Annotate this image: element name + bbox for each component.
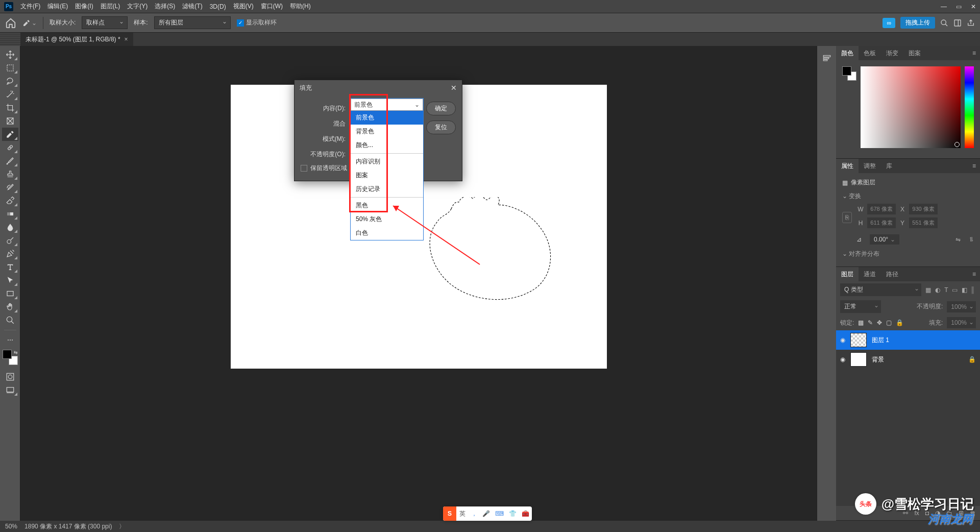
tab-swatches[interactable]: 色板	[859, 46, 881, 60]
filter-shape-icon[interactable]: ▭	[952, 286, 958, 294]
blur-tool[interactable]	[2, 221, 18, 234]
path-select-tool[interactable]	[2, 274, 18, 287]
dropdown-item-pattern[interactable]: 图案	[351, 168, 423, 182]
dialog-titlebar[interactable]: 填充 ✕	[295, 80, 462, 95]
lock-artb-icon[interactable]: ▢	[886, 319, 892, 326]
workspace-icon[interactable]	[953, 19, 962, 27]
visibility-icon[interactable]: ◉	[840, 336, 845, 344]
layer-thumbnail[interactable]	[850, 333, 867, 347]
close-icon[interactable]: ✕	[971, 3, 976, 10]
filter-toggle-icon[interactable]: ▌	[971, 286, 976, 294]
ime-toolbox-icon[interactable]: 🧰	[519, 510, 532, 517]
opacity-input[interactable]: 100%	[947, 301, 976, 312]
zoom-level[interactable]: 50%	[5, 523, 17, 530]
layer-filter-select[interactable]: Q 类型	[840, 283, 921, 296]
quickmask-icon[interactable]	[2, 370, 18, 383]
menu-type[interactable]: 文字(Y)	[127, 2, 148, 11]
ime-skin-icon[interactable]: 👕	[506, 510, 519, 517]
dropdown-item-background[interactable]: 背景色	[351, 125, 423, 138]
y-input[interactable]: 551 像素	[909, 217, 938, 228]
tab-paths[interactable]: 路径	[881, 267, 903, 281]
lock-pos-icon[interactable]: ✥	[877, 319, 882, 326]
doc-info[interactable]: 1890 像素 x 1417 像素 (300 ppi)	[24, 522, 112, 531]
sample-size-select[interactable]: 取样点	[82, 16, 128, 29]
dropdown-item-white[interactable]: 白色	[351, 226, 423, 240]
visibility-icon[interactable]: ◉	[840, 356, 845, 363]
flip-v-icon[interactable]: ⥮	[969, 236, 974, 243]
share-icon[interactable]	[967, 19, 975, 27]
dropdown-item-color[interactable]: 颜色...	[351, 138, 423, 152]
angle-input[interactable]: 0.00°⌄	[870, 234, 899, 245]
menu-filter[interactable]: 滤镜(T)	[182, 2, 202, 11]
dropdown-item-content-aware[interactable]: 内容识别	[351, 155, 423, 168]
tab-libraries[interactable]: 库	[881, 159, 897, 173]
history-icon[interactable]	[819, 51, 835, 64]
color-mini-swatches[interactable]	[842, 66, 856, 81]
document-tab[interactable]: 未标题-1 @ 50% (图层 1, RGB/8) * ×	[20, 33, 133, 46]
healing-tool[interactable]	[2, 141, 18, 154]
tab-layers[interactable]: 图层	[836, 267, 859, 281]
menu-file[interactable]: 文件(F)	[20, 2, 40, 11]
marquee-tool[interactable]	[2, 61, 18, 75]
x-input[interactable]: 930 像素	[909, 204, 938, 214]
ime-toolbar[interactable]: S 英 ， 🎤 ⌨ 👕 🧰	[443, 506, 532, 521]
panel-menu-icon[interactable]: ≡	[968, 162, 980, 170]
tab-color[interactable]: 颜色	[836, 46, 859, 60]
menu-image[interactable]: 图像(I)	[75, 2, 93, 11]
eraser-tool[interactable]	[2, 194, 18, 207]
panel-menu-icon[interactable]: ≡	[968, 50, 980, 57]
link-wh-icon[interactable]: ⎘	[842, 212, 852, 223]
ime-keyboard-icon[interactable]: ⌨	[493, 510, 506, 517]
layer-name[interactable]: 背景	[872, 355, 884, 364]
dropdown-item-history[interactable]: 历史记录	[351, 182, 423, 196]
menu-window[interactable]: 窗口(W)	[261, 2, 283, 11]
lock-icon[interactable]: 🔒	[968, 356, 976, 363]
status-arrow-icon[interactable]: 〉	[119, 522, 125, 531]
close-tab-icon[interactable]: ×	[125, 36, 128, 43]
content-select[interactable]: 前景色	[351, 99, 423, 111]
height-input[interactable]: 611 像素	[867, 217, 896, 228]
rectangle-tool[interactable]	[2, 287, 18, 300]
crop-tool[interactable]	[2, 101, 18, 114]
minimize-icon[interactable]: —	[941, 3, 947, 10]
menu-layer[interactable]: 图层(L)	[101, 2, 120, 11]
search-icon[interactable]	[940, 19, 948, 27]
type-tool[interactable]	[2, 260, 18, 274]
layer-row[interactable]: ◉ 图层 1	[836, 330, 980, 350]
lock-paint-icon[interactable]: ✎	[868, 319, 873, 326]
lasso-tool[interactable]	[2, 75, 18, 88]
menu-3d[interactable]: 3D(D)	[210, 3, 226, 10]
transform-section[interactable]: ⌄ 变换	[842, 192, 974, 201]
edit-toolbar-icon[interactable]: ⋯	[2, 333, 18, 347]
menu-select[interactable]: 选择(S)	[155, 2, 175, 11]
panel-menu-icon[interactable]: ≡	[968, 271, 980, 278]
filter-type-icon[interactable]: T	[944, 286, 948, 294]
align-section[interactable]: ⌄ 对齐并分布	[842, 250, 974, 258]
lock-trans-icon[interactable]: ▩	[858, 319, 864, 326]
ime-voice-icon[interactable]: 🎤	[480, 510, 493, 517]
lock-all-icon[interactable]: 🔒	[896, 319, 903, 326]
fill-input[interactable]: 100%	[947, 317, 976, 328]
width-input[interactable]: 678 像素	[867, 204, 896, 214]
tab-properties[interactable]: 属性	[836, 159, 859, 173]
color-swatches[interactable]: ⇆	[3, 350, 18, 365]
layer-name[interactable]: 图层 1	[872, 336, 889, 345]
tab-adjustments[interactable]: 调整	[859, 159, 881, 173]
cloud-button[interactable]: ∞	[883, 18, 895, 28]
ime-lang[interactable]: 英	[456, 510, 469, 518]
menu-edit[interactable]: 编辑(E)	[47, 2, 68, 11]
layer-row[interactable]: ◉ 背景 🔒	[836, 350, 980, 369]
brush-tool[interactable]	[2, 154, 18, 167]
zoom-tool[interactable]	[2, 313, 18, 327]
reset-button[interactable]: 复位	[426, 120, 456, 134]
flip-h-icon[interactable]: ⇋	[955, 236, 961, 243]
hand-tool[interactable]	[2, 300, 18, 313]
ok-button[interactable]: 确定	[426, 102, 456, 115]
hue-slider[interactable]	[965, 66, 974, 148]
layer-thumbnail[interactable]	[850, 352, 867, 367]
foreground-swatch[interactable]	[3, 350, 12, 359]
screenmode-icon[interactable]	[2, 383, 18, 397]
upload-button[interactable]: 拖拽上传	[900, 17, 935, 29]
tool-preset-icon[interactable]: ⌄	[22, 17, 37, 29]
filter-image-icon[interactable]: ▦	[925, 286, 931, 294]
